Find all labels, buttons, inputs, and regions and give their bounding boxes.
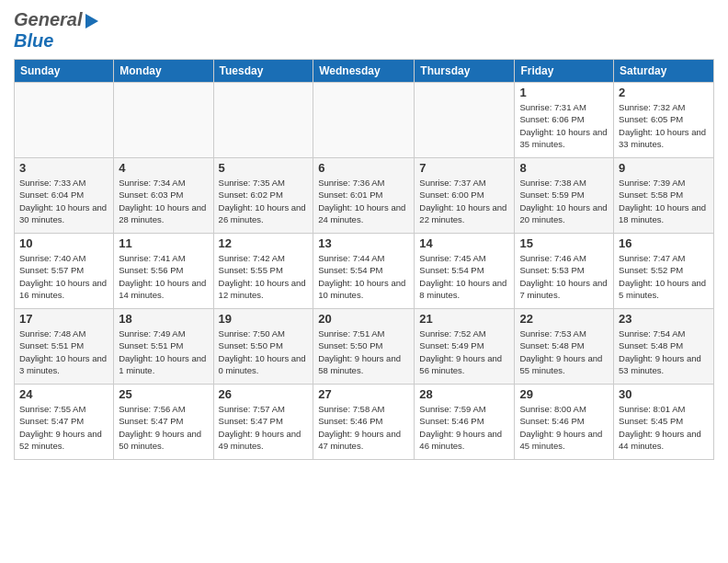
day-cell: 14Sunrise: 7:45 AM Sunset: 5:54 PM Dayli…	[415, 234, 515, 309]
day-info: Sunrise: 7:44 AM Sunset: 5:54 PM Dayligh…	[318, 252, 409, 301]
day-header-thursday: Thursday	[415, 60, 515, 83]
day-cell: 20Sunrise: 7:51 AM Sunset: 5:50 PM Dayli…	[313, 309, 415, 385]
day-info: Sunrise: 7:47 AM Sunset: 5:52 PM Dayligh…	[619, 252, 709, 301]
day-cell	[313, 83, 415, 158]
day-cell: 16Sunrise: 7:47 AM Sunset: 5:52 PM Dayli…	[614, 234, 714, 309]
day-number: 9	[619, 161, 709, 175]
day-number: 17	[19, 312, 108, 326]
day-cell: 26Sunrise: 7:57 AM Sunset: 5:47 PM Dayli…	[213, 385, 313, 460]
day-number: 8	[519, 161, 609, 175]
day-info: Sunrise: 7:48 AM Sunset: 5:51 PM Dayligh…	[19, 327, 108, 376]
day-info: Sunrise: 7:52 AM Sunset: 5:49 PM Dayligh…	[419, 327, 509, 376]
day-cell: 12Sunrise: 7:42 AM Sunset: 5:55 PM Dayli…	[213, 234, 313, 309]
day-number: 27	[318, 387, 409, 401]
day-cell: 24Sunrise: 7:55 AM Sunset: 5:47 PM Dayli…	[15, 385, 114, 460]
day-cell: 25Sunrise: 7:56 AM Sunset: 5:47 PM Dayli…	[114, 385, 213, 460]
day-cell: 7Sunrise: 7:37 AM Sunset: 6:00 PM Daylig…	[415, 158, 515, 234]
day-info: Sunrise: 7:34 AM Sunset: 6:03 PM Dayligh…	[119, 177, 208, 225]
day-number: 20	[318, 312, 409, 326]
day-info: Sunrise: 7:42 AM Sunset: 5:55 PM Dayligh…	[219, 252, 309, 301]
day-info: Sunrise: 7:51 AM Sunset: 5:50 PM Dayligh…	[318, 327, 409, 376]
day-number: 11	[119, 236, 208, 250]
day-number: 18	[119, 312, 208, 326]
day-info: Sunrise: 7:37 AM Sunset: 6:00 PM Dayligh…	[419, 177, 509, 225]
day-cell: 30Sunrise: 8:01 AM Sunset: 5:45 PM Dayli…	[614, 385, 714, 460]
day-number: 26	[219, 387, 309, 401]
day-info: Sunrise: 7:31 AM Sunset: 6:06 PM Dayligh…	[519, 101, 609, 150]
day-cell: 10Sunrise: 7:40 AM Sunset: 5:57 PM Dayli…	[15, 234, 114, 309]
day-number: 14	[419, 236, 509, 250]
day-number: 2	[619, 86, 709, 99]
day-number: 23	[619, 312, 709, 326]
day-info: Sunrise: 7:45 AM Sunset: 5:54 PM Dayligh…	[419, 252, 509, 301]
day-cell: 8Sunrise: 7:38 AM Sunset: 5:59 PM Daylig…	[515, 158, 614, 234]
day-info: Sunrise: 7:56 AM Sunset: 5:47 PM Dayligh…	[119, 403, 208, 452]
day-info: Sunrise: 7:58 AM Sunset: 5:46 PM Dayligh…	[318, 403, 409, 452]
day-info: Sunrise: 7:54 AM Sunset: 5:48 PM Dayligh…	[619, 327, 709, 376]
day-number: 4	[119, 161, 208, 175]
week-row-2: 3Sunrise: 7:33 AM Sunset: 6:04 PM Daylig…	[15, 158, 714, 234]
week-row-3: 10Sunrise: 7:40 AM Sunset: 5:57 PM Dayli…	[15, 234, 714, 309]
day-info: Sunrise: 7:53 AM Sunset: 5:48 PM Dayligh…	[519, 327, 609, 376]
day-cell: 27Sunrise: 7:58 AM Sunset: 5:46 PM Dayli…	[313, 385, 415, 460]
day-cell: 1Sunrise: 7:31 AM Sunset: 6:06 PM Daylig…	[515, 83, 614, 158]
calendar-header-row: SundayMondayTuesdayWednesdayThursdayFrid…	[15, 60, 714, 83]
day-cell: 17Sunrise: 7:48 AM Sunset: 5:51 PM Dayli…	[15, 309, 114, 385]
day-info: Sunrise: 7:40 AM Sunset: 5:57 PM Dayligh…	[19, 252, 108, 301]
day-cell	[415, 83, 515, 158]
day-info: Sunrise: 7:39 AM Sunset: 5:58 PM Dayligh…	[619, 177, 709, 225]
day-number: 16	[619, 236, 709, 250]
day-cell	[15, 83, 114, 158]
day-header-monday: Monday	[114, 60, 213, 83]
day-info: Sunrise: 7:41 AM Sunset: 5:56 PM Dayligh…	[119, 252, 208, 301]
day-cell: 22Sunrise: 7:53 AM Sunset: 5:48 PM Dayli…	[515, 309, 614, 385]
day-number: 3	[19, 161, 108, 175]
day-cell	[213, 83, 313, 158]
day-header-tuesday: Tuesday	[213, 60, 313, 83]
day-info: Sunrise: 8:00 AM Sunset: 5:46 PM Dayligh…	[519, 403, 609, 452]
day-number: 7	[419, 161, 509, 175]
day-header-saturday: Saturday	[614, 60, 714, 83]
day-info: Sunrise: 7:32 AM Sunset: 6:05 PM Dayligh…	[619, 101, 709, 150]
logo-general: General	[14, 9, 82, 30]
day-cell: 28Sunrise: 7:59 AM Sunset: 5:46 PM Dayli…	[415, 385, 515, 460]
day-number: 15	[519, 236, 609, 250]
day-number: 29	[519, 387, 609, 401]
logo: General Blue	[14, 9, 98, 52]
day-cell: 3Sunrise: 7:33 AM Sunset: 6:04 PM Daylig…	[15, 158, 114, 234]
day-number: 22	[519, 312, 609, 326]
day-info: Sunrise: 7:49 AM Sunset: 5:51 PM Dayligh…	[119, 327, 208, 376]
day-info: Sunrise: 7:55 AM Sunset: 5:47 PM Dayligh…	[19, 403, 108, 452]
day-number: 12	[219, 236, 309, 250]
day-number: 5	[219, 161, 309, 175]
day-info: Sunrise: 8:01 AM Sunset: 5:45 PM Dayligh…	[619, 403, 709, 452]
day-number: 6	[318, 161, 409, 175]
day-cell: 9Sunrise: 7:39 AM Sunset: 5:58 PM Daylig…	[614, 158, 714, 234]
day-cell: 5Sunrise: 7:35 AM Sunset: 6:02 PM Daylig…	[213, 158, 313, 234]
day-cell: 23Sunrise: 7:54 AM Sunset: 5:48 PM Dayli…	[614, 309, 714, 385]
day-info: Sunrise: 7:50 AM Sunset: 5:50 PM Dayligh…	[219, 327, 309, 376]
day-cell: 4Sunrise: 7:34 AM Sunset: 6:03 PM Daylig…	[114, 158, 213, 234]
day-number: 1	[519, 86, 609, 99]
day-cell	[114, 83, 213, 158]
day-number: 19	[219, 312, 309, 326]
day-number: 13	[318, 236, 409, 250]
day-cell: 15Sunrise: 7:46 AM Sunset: 5:53 PM Dayli…	[515, 234, 614, 309]
day-info: Sunrise: 7:33 AM Sunset: 6:04 PM Dayligh…	[19, 177, 108, 225]
day-number: 24	[19, 387, 108, 401]
day-number: 21	[419, 312, 509, 326]
logo-blue: Blue	[14, 30, 53, 52]
day-info: Sunrise: 7:36 AM Sunset: 6:01 PM Dayligh…	[318, 177, 409, 225]
day-info: Sunrise: 7:38 AM Sunset: 5:59 PM Dayligh…	[519, 177, 609, 225]
week-row-1: 1Sunrise: 7:31 AM Sunset: 6:06 PM Daylig…	[15, 83, 714, 158]
day-number: 10	[19, 236, 108, 250]
day-number: 30	[619, 387, 709, 401]
day-info: Sunrise: 7:35 AM Sunset: 6:02 PM Dayligh…	[219, 177, 309, 225]
day-number: 25	[119, 387, 208, 401]
day-cell: 19Sunrise: 7:50 AM Sunset: 5:50 PM Dayli…	[213, 309, 313, 385]
day-header-wednesday: Wednesday	[313, 60, 415, 83]
day-header-friday: Friday	[515, 60, 614, 83]
day-cell: 21Sunrise: 7:52 AM Sunset: 5:49 PM Dayli…	[415, 309, 515, 385]
day-cell: 11Sunrise: 7:41 AM Sunset: 5:56 PM Dayli…	[114, 234, 213, 309]
day-cell: 2Sunrise: 7:32 AM Sunset: 6:05 PM Daylig…	[614, 83, 714, 158]
